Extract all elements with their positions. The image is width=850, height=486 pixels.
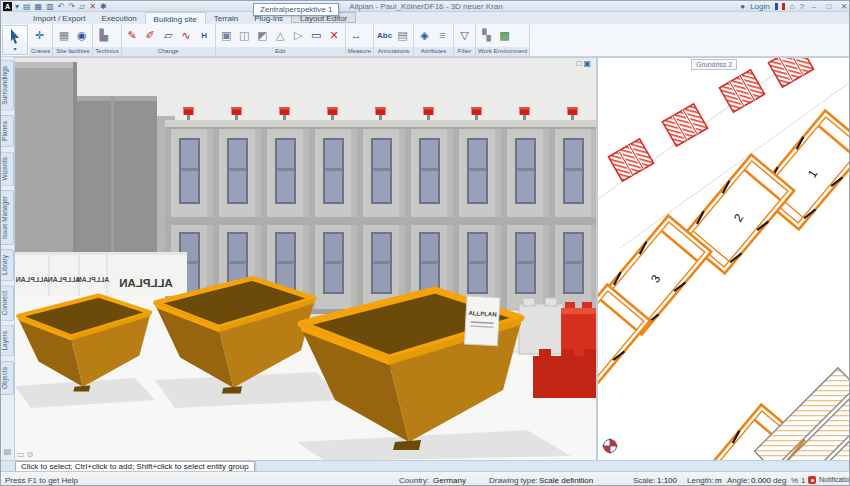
environment-icon[interactable]: ▩ bbox=[497, 27, 512, 44]
viewport-nav-icons[interactable]: ▭⊙ bbox=[17, 450, 35, 459]
group-annotations: Abc ▤ Annotations bbox=[374, 24, 414, 56]
delete-element-icon[interactable]: ✕ bbox=[327, 27, 342, 44]
sidebar-item-library[interactable]: Library bbox=[1, 249, 14, 281]
tab-terrain[interactable]: Terrain bbox=[206, 12, 246, 24]
group-measure: ↔ Measure bbox=[346, 24, 374, 56]
layout-icon[interactable]: ▚ bbox=[479, 27, 494, 44]
status-help: Press F1 to get Help bbox=[5, 476, 78, 485]
viewport-2d-plan[interactable]: 1 2 3 Grundriss 2 bbox=[596, 57, 850, 460]
title-bar: A ▾ ▤ ▦ ▥ ↶ ↷ ▱ ✕ ✱ Allplan - Paul_Kölne… bbox=[1, 1, 850, 12]
dialog-line: Click to select; Ctrl+click to add; Shif… bbox=[1, 460, 850, 471]
group-attributes: ◈ ≡ Attributes bbox=[414, 24, 454, 56]
angle-unit: deg bbox=[773, 476, 786, 485]
allplan-window: A ▾ ▤ ▦ ▥ ↶ ↷ ▱ ✕ ✱ Allplan - Paul_Kölne… bbox=[0, 0, 850, 486]
angle-value[interactable]: 0.000 bbox=[751, 476, 771, 485]
ribbon: ▾ ✛ Cranes ▦ ◉ Site facilities ▙ Technic… bbox=[1, 24, 850, 57]
align-icon[interactable]: ▭ bbox=[309, 27, 324, 44]
group-site-facilities: ▦ ◉ Site facilities bbox=[53, 24, 93, 56]
attributes-icon[interactable]: ◈ bbox=[417, 27, 432, 44]
select-tool-button[interactable]: ▾ bbox=[2, 25, 28, 55]
group-change: ✎ ✐ ▱ ∿ H Change bbox=[122, 24, 216, 56]
viewport-3d-perspective[interactable]: ALLPLAN ALLPLAN ALLPLAN ALLPLAN bbox=[15, 57, 596, 460]
drawing-type-label: Drawing type: bbox=[489, 476, 538, 485]
stretch-icon[interactable]: ∿ bbox=[179, 27, 194, 44]
scale-icon[interactable]: △ bbox=[273, 27, 288, 44]
filter-funnel-icon[interactable]: ▽ bbox=[457, 27, 472, 44]
country-label: Country: bbox=[399, 476, 429, 485]
sidebar-item-issue-manager[interactable]: Issue Manager bbox=[1, 190, 14, 245]
undo-icon[interactable]: ↶ bbox=[58, 2, 65, 11]
drawing-type-value[interactable]: Scale definition bbox=[539, 476, 593, 485]
viewport-controls[interactable]: □▣ bbox=[577, 59, 593, 68]
measure-icon[interactable]: ↔ bbox=[349, 27, 364, 44]
view-mode-icon[interactable]: ▭ bbox=[17, 450, 27, 459]
height-icon[interactable]: H bbox=[197, 27, 212, 44]
mirror-icon[interactable]: ◫ bbox=[237, 27, 252, 44]
plan-canvas: 1 2 3 bbox=[598, 58, 850, 460]
sidebar-item-planes[interactable]: Planes bbox=[1, 115, 14, 147]
copy-element-icon[interactable]: ▣ bbox=[219, 27, 234, 44]
group-filter: ▽ Filter bbox=[454, 24, 476, 56]
percent-indicator[interactable]: % bbox=[791, 476, 798, 485]
container-stack-icon[interactable]: ▦ bbox=[56, 27, 71, 44]
sidebar-item-surroundings[interactable]: Surroundings bbox=[1, 60, 14, 111]
note-icon[interactable]: ▤ bbox=[395, 27, 410, 44]
status-bar: Press F1 to get Help Country: Germany Dr… bbox=[1, 471, 850, 486]
viewport-close-icon[interactable]: ▣ bbox=[583, 59, 593, 68]
convert-element-icon[interactable]: ▱ bbox=[161, 27, 176, 44]
sidebar-item-layers[interactable]: Layers bbox=[1, 325, 14, 357]
quick-access-toolbar: ▾ ▤ ▦ ▥ ↶ ↷ ▱ ✕ ✱ bbox=[15, 2, 107, 11]
fence-brand-text: ALLPLAN bbox=[48, 276, 81, 283]
plan-viewport-label: Grundriss 2 bbox=[691, 59, 737, 70]
delete-icon[interactable]: ✕ bbox=[89, 2, 96, 11]
scale-value[interactable]: 1:100 bbox=[657, 476, 677, 485]
save-icon[interactable]: ▦ bbox=[35, 2, 43, 11]
redo-icon[interactable]: ↷ bbox=[68, 2, 75, 11]
modify-points-icon[interactable]: ✐ bbox=[143, 27, 158, 44]
country-value[interactable]: Germany bbox=[433, 476, 466, 485]
help-icon[interactable]: ? bbox=[800, 2, 804, 11]
site-camera-icon[interactable]: ◉ bbox=[74, 27, 89, 44]
notifications-icon[interactable] bbox=[808, 476, 816, 484]
login-label[interactable]: Login bbox=[750, 2, 770, 11]
crane-icon[interactable]: ✛ bbox=[32, 27, 47, 44]
shop-cart-icon[interactable]: ⌂ bbox=[790, 2, 795, 11]
open-icon[interactable]: ▤ bbox=[23, 2, 31, 11]
group-edit: ▣ ◫ ◩ △ ▷ ▭ ✕ Edit bbox=[216, 24, 346, 56]
allplan-logo-icon[interactable]: A bbox=[3, 2, 12, 11]
language-flag-icon[interactable] bbox=[775, 3, 785, 10]
angle-label: Angle: bbox=[727, 476, 750, 485]
move-icon[interactable]: ▷ bbox=[291, 27, 306, 44]
minimize-button[interactable]: – bbox=[809, 2, 819, 11]
group-work-environment: ▚ ▩ Work Environment bbox=[476, 24, 530, 56]
notifications-label[interactable]: Notifications bbox=[819, 476, 850, 483]
rotate-icon[interactable]: ◩ bbox=[255, 27, 270, 44]
window-title: Allplan - Paul_KölnerDF16 - 3D neuer Kra… bbox=[349, 2, 502, 11]
menu-dropdown-icon[interactable]: ▾ bbox=[15, 2, 19, 11]
tab-execution[interactable]: Execution bbox=[93, 12, 144, 24]
text-abc-icon[interactable]: Abc bbox=[377, 27, 392, 44]
options-icon[interactable]: ✱ bbox=[100, 2, 107, 11]
tab-import-export[interactable]: Import / Export bbox=[25, 12, 93, 24]
machine-icon[interactable]: ▙ bbox=[96, 27, 111, 44]
sidebar-item-connect[interactable]: Connect bbox=[1, 285, 14, 321]
maximize-button[interactable]: □ bbox=[824, 2, 834, 11]
length-unit-value[interactable]: m bbox=[715, 476, 722, 485]
fence-brand-text-large: ALLPLAN bbox=[119, 277, 173, 289]
copy-icon[interactable]: ▱ bbox=[79, 2, 85, 11]
sidebar-item-wizards[interactable]: Wizards bbox=[1, 151, 14, 186]
skip-brand-badge: ALLPLAN bbox=[464, 296, 499, 346]
orbit-icon[interactable]: ⊙ bbox=[27, 450, 36, 459]
site-fence[interactable]: ALLPLAN ALLPLAN ALLPLAN ALLPLAN bbox=[15, 252, 187, 296]
sidebar-item-objects[interactable]: Objects bbox=[1, 361, 14, 395]
scene-3d-canvas: ALLPLAN ALLPLAN ALLPLAN ALLPLAN bbox=[15, 58, 596, 461]
viewport-name-tooltip: Zentralperspektive 1 bbox=[253, 3, 339, 16]
close-button[interactable]: ✕ bbox=[839, 2, 849, 11]
login-user-icon[interactable]: ● bbox=[740, 2, 745, 11]
attribute-list-icon[interactable]: ≡ bbox=[435, 27, 450, 44]
factor-indicator[interactable]: 1 bbox=[801, 476, 805, 485]
print-icon[interactable]: ▥ bbox=[46, 2, 54, 11]
tab-building-site[interactable]: Building site bbox=[145, 12, 206, 24]
pen-edit-icon[interactable]: ✎ bbox=[125, 27, 140, 44]
palette-options-icon[interactable]: ▤ bbox=[4, 447, 12, 456]
